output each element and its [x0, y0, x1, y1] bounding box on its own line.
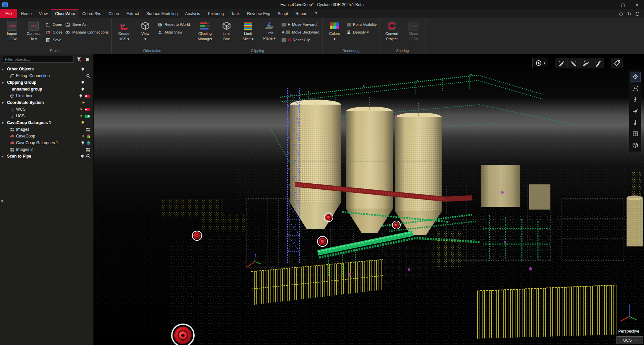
point-cloud-scene[interactable]: [94, 54, 644, 345]
play-icon[interactable]: ▶: [86, 154, 90, 158]
visibility-bulb-icon[interactable]: [81, 80, 85, 85]
tree-item-cavecoop[interactable]: CaveCoop ☀: [0, 133, 93, 139]
chevron-down-icon[interactable]: ▾: [0, 101, 5, 105]
tree-item-clipping-group[interactable]: ▾ Clipping Group: [0, 79, 93, 86]
filter-funnel-button[interactable]: [76, 56, 82, 62]
measure-point-tool-button[interactable]: [555, 58, 567, 68]
color-mode-sphere[interactable]: [87, 141, 90, 145]
geotag-marker[interactable]: [324, 213, 333, 222]
sun-icon[interactable]: ☀: [81, 134, 85, 138]
reset-clip-button[interactable]: Reset Clip: [282, 37, 319, 43]
tab-view[interactable]: View: [35, 9, 51, 18]
convert-project-button[interactable]: Convert Project: [383, 19, 401, 47]
tab-reverse-eng[interactable]: Reverse Eng: [243, 9, 274, 18]
tab-script[interactable]: Script: [274, 9, 292, 18]
clipping-manager-button[interactable]: Clipping Manager: [196, 19, 214, 47]
align-view-button[interactable]: Align View: [157, 29, 190, 35]
sidebar-collapse-handle[interactable]: ◀: [0, 198, 3, 203]
tree-item-unnamed-group[interactable]: unnamed group: [0, 86, 93, 93]
chevron-down-icon[interactable]: ▾: [0, 121, 5, 125]
visibility-bulb-icon[interactable]: [81, 121, 85, 125]
tree-item-wcs[interactable]: WCS ☀: [0, 106, 93, 113]
colors-button[interactable]: Colors ▾: [325, 19, 344, 47]
visibility-bulb-icon[interactable]: [81, 67, 85, 71]
sun-icon[interactable]: ☀: [79, 114, 83, 118]
iso-view-button[interactable]: [630, 140, 640, 150]
save-button[interactable]: Save: [46, 37, 62, 43]
tree-item-fitting-connection[interactable]: Fitting_Connection: [0, 72, 93, 79]
density-button[interactable]: Density ▾: [347, 29, 377, 35]
viewport-3d[interactable]: ▾ Perspective UCS ▴: [94, 54, 644, 345]
sun-icon[interactable]: ☀: [79, 107, 83, 111]
tab-home[interactable]: Home: [17, 9, 35, 18]
tab-extract[interactable]: Extract: [123, 9, 143, 18]
bell-icon[interactable]: [618, 11, 624, 16]
geotag-marker[interactable]: [317, 236, 328, 246]
pick-mode-selector[interactable]: ▾: [533, 58, 548, 68]
view-button[interactable]: View ▾: [136, 19, 155, 47]
chevron-down-icon[interactable]: ▾: [0, 67, 5, 71]
zoom-fit-button[interactable]: [630, 83, 640, 93]
tree-item-limit-box[interactable]: Limit box: [0, 93, 93, 99]
reset-to-world-button[interactable]: Reset to World: [157, 21, 190, 27]
tree-item-cavecoop-galargues-1[interactable]: ▾ CaveCoop Galargues 1: [0, 119, 93, 126]
tab-coord-sys[interactable]: Coord Sys: [79, 9, 105, 18]
tag-tool-button[interactable]: [611, 58, 623, 68]
tab-report[interactable]: Report: [292, 9, 311, 18]
orbit-mode-button[interactable]: [630, 72, 640, 81]
tab-tank[interactable]: Tank: [228, 9, 243, 18]
tab-cloudworx[interactable]: CloudWorx: [51, 9, 79, 18]
minimize-button[interactable]: ─: [602, 0, 616, 9]
tree-item-images[interactable]: Images: [0, 126, 93, 133]
move-backward-button[interactable]: Move Backward: [282, 29, 319, 35]
close-project-button[interactable]: Close: [46, 29, 62, 35]
sync-icon[interactable]: ↻: [627, 11, 631, 16]
probe-tool-button[interactable]: [630, 118, 640, 127]
tree-item-other-objects[interactable]: ▾ Other Objects: [0, 66, 93, 72]
tree-item-ucs[interactable]: UCS ☀: [0, 113, 93, 119]
sun-icon[interactable]: ☀: [81, 101, 85, 105]
color-mode-sphere[interactable]: [87, 134, 90, 138]
visibility-bulb-icon[interactable]: [81, 141, 85, 145]
network-icon[interactable]: [635, 11, 640, 16]
connect-to-button[interactable]: CYE Connect To ▾: [24, 19, 43, 47]
freehand-tool-button[interactable]: [592, 58, 604, 68]
tree-item-images-2[interactable]: Images 2: [0, 146, 93, 153]
tab-file[interactable]: File: [0, 9, 17, 18]
geotag-marker[interactable]: [192, 231, 202, 240]
move-forward-button[interactable]: Move Forward: [282, 21, 319, 27]
close-button[interactable]: ×: [630, 0, 644, 9]
manage-connections-button[interactable]: Manage Connections: [65, 29, 109, 35]
tab-analysis[interactable]: Analysis: [181, 9, 204, 18]
save-as-button[interactable]: Save As: [65, 21, 109, 27]
maximize-button[interactable]: ▢: [616, 0, 630, 9]
open-button[interactable]: Open: [46, 21, 62, 27]
annotate-tool-button[interactable]: [580, 58, 592, 68]
create-ucs-button[interactable]: Create UCS ▾: [114, 19, 133, 47]
limit-box-button[interactable]: Limit Box: [217, 19, 236, 47]
ucs-selector-button[interactable]: UCS ▴: [616, 336, 643, 344]
tree-item-coordinate-system[interactable]: ▾ Coordinate System ☀: [0, 99, 93, 106]
clip-toggle-red[interactable]: [85, 95, 90, 98]
tab-help[interactable]: ?: [311, 9, 321, 18]
measure-distance-tool-button[interactable]: [567, 58, 580, 68]
tab-surface-modeling[interactable]: Surface Modeling: [143, 9, 181, 18]
tree-menu-button[interactable]: ≡: [84, 56, 90, 62]
tree-item-cavecoop-galargues-1-cloud[interactable]: CaveCoop Galargues 1: [0, 139, 93, 146]
visibility-bulb-icon[interactable]: [81, 87, 85, 92]
visibility-bulb-icon[interactable]: [79, 94, 83, 98]
active-toggle-green[interactable]: [85, 115, 90, 118]
tree-item-scan-to-pipe[interactable]: ▸ Scan to Pipe ▶: [0, 153, 93, 160]
chevron-down-icon[interactable]: ▾: [0, 81, 5, 84]
tab-clean[interactable]: Clean: [105, 9, 122, 18]
tab-texturing[interactable]: Texturing: [204, 9, 228, 18]
active-toggle-red[interactable]: [85, 108, 90, 111]
search-icon[interactable]: [86, 74, 90, 78]
walk-mode-button[interactable]: [630, 95, 640, 104]
limit-plane-button[interactable]: Z Limit Plane ▾: [260, 19, 279, 47]
chevron-right-icon[interactable]: ▸: [0, 155, 5, 158]
fly-mode-button[interactable]: [630, 106, 640, 116]
visibility-bulb-icon[interactable]: [80, 154, 85, 159]
import-lgsx-button[interactable]: LGSx Import LGSx: [3, 19, 21, 47]
filter-input[interactable]: [3, 56, 73, 63]
